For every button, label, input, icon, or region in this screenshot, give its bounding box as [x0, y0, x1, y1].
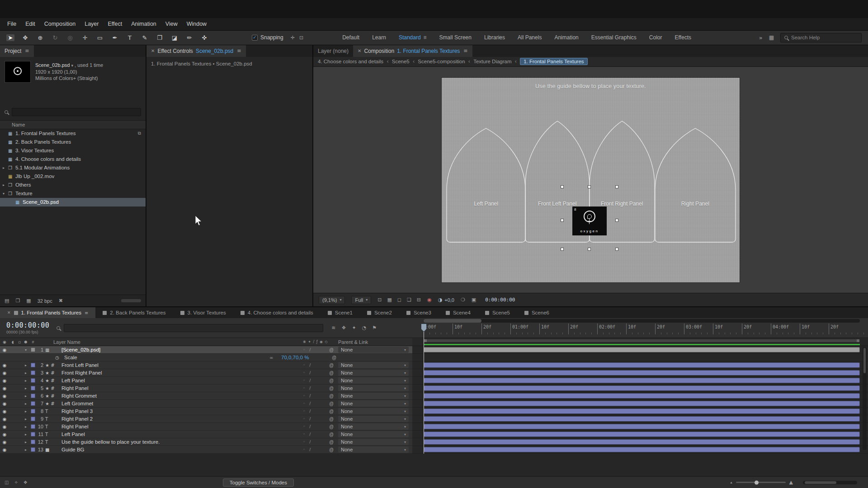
layer-switches[interactable]: ◦ / [303, 432, 329, 436]
footage-name[interactable]: Scene_02b.psd [35, 62, 70, 68]
timeline-tab[interactable]: 4. Choose colors and details [233, 307, 321, 318]
menu-item[interactable]: File [3, 19, 21, 28]
eye-icon[interactable]: ◉ [0, 447, 9, 452]
pick-whip-icon[interactable]: @ [329, 378, 338, 383]
time-navigator-thumb[interactable] [424, 319, 481, 323]
pick-whip-icon[interactable]: @ [329, 371, 338, 375]
project-item[interactable]: ▦ 3. Visor Textures [0, 146, 146, 155]
selection-handle[interactable] [561, 185, 564, 188]
layer-duration-bar[interactable] [424, 401, 860, 406]
layer-row[interactable]: ◉ ▸ 3 ★ # Front Right Panel ◦ / @ None [0, 369, 868, 377]
layer-row[interactable]: ◉ ▸ 9 T Right Panel 2 ◦ / @ None ▾ [0, 415, 868, 423]
layer-row[interactable]: ◉ ▸ 2 ★ # Front Left Panel ◦ / @ None ▾ [0, 361, 868, 369]
layer-name[interactable]: [Scene_02b.psd] [59, 347, 303, 352]
parent-dropdown[interactable]: None ▾ [338, 400, 409, 407]
expand-transfer-controls-icon[interactable]: ✧ [14, 480, 18, 485]
pen-tool[interactable]: ✒ [111, 34, 119, 41]
delete-icon[interactable]: ✖ [59, 298, 63, 304]
breadcrumb-item[interactable]: 1. Frontal Panels Textures [520, 58, 587, 65]
eye-icon[interactable]: ◉ [0, 394, 9, 399]
playhead-handle[interactable] [421, 324, 427, 332]
breadcrumb-item[interactable]: Texture Diagram [473, 59, 511, 64]
layer-viewer-tab[interactable]: Layer (none) [313, 45, 353, 57]
selection-handle[interactable] [561, 248, 564, 251]
parent-dropdown[interactable]: None ▾ [338, 408, 409, 414]
timeline-tab[interactable]: 2. Back Panels Textures [95, 307, 173, 318]
parent-dropdown[interactable]: None ▾ [338, 370, 409, 376]
type-tool[interactable]: T [126, 34, 134, 41]
expander-icon[interactable]: ▾ [3, 192, 8, 196]
pick-whip-icon[interactable]: @ [329, 347, 338, 352]
panel-menu-icon[interactable]: ≡ [25, 48, 29, 54]
expand-layer-switches-icon[interactable]: ◫ [5, 480, 9, 485]
layer-duration-bar[interactable] [424, 408, 860, 414]
layer-duration-bar[interactable] [424, 432, 860, 437]
help-search-input[interactable] [791, 35, 858, 40]
layer-row[interactable]: ◉ ▸ 12 T Use the guide bellow to place y… [0, 438, 868, 446]
horizontal-scrollbar[interactable] [121, 299, 141, 302]
layer-row[interactable]: ◉ ▸ 5 ★ # Right Panel ◦ / @ None ▾ [0, 385, 868, 392]
timeline-horizontal-scrollbar[interactable] [803, 481, 857, 484]
breadcrumb-item[interactable]: Scene5-composition [418, 59, 465, 64]
label-color-swatch[interactable] [31, 363, 35, 367]
new-composition-icon[interactable]: ▦ [26, 298, 31, 304]
layer-name[interactable]: Right Panel [59, 385, 303, 391]
hand-tool[interactable]: ✥ [21, 34, 29, 41]
puppet-pin-tool[interactable]: ✜ [200, 34, 208, 41]
layer-name[interactable]: Right Panel [59, 424, 303, 429]
scrollbar-thumb[interactable] [863, 348, 866, 373]
pick-whip-icon[interactable]: @ [329, 401, 338, 406]
expand-arrow-icon[interactable]: ▸ [23, 417, 29, 421]
workspace-tab[interactable]: Default [342, 34, 359, 41]
parent-dropdown[interactable]: None ▾ [338, 446, 409, 453]
switches-column-icons[interactable]: ❀ ✦ / ƒ ◉ ◇ [303, 340, 329, 344]
label-color-swatch[interactable] [31, 409, 35, 413]
workspace-tab[interactable]: Essential Graphics [591, 34, 637, 41]
panel-menu-icon[interactable]: ≡ [85, 310, 88, 315]
close-icon[interactable]: ✕ [7, 310, 11, 315]
timeline-tab[interactable]: Scene3 [399, 307, 439, 318]
workspace-tab[interactable]: Effects [675, 34, 691, 41]
layer-name[interactable]: Guide BG [59, 447, 303, 452]
parent-dropdown[interactable]: None ▾ [338, 439, 409, 445]
layer-switches[interactable]: ◦ / [303, 417, 329, 421]
workspace-menu-icon[interactable]: ≡ [424, 34, 427, 41]
selection-handle[interactable] [588, 248, 591, 251]
mini-flowchart-icon[interactable]: ≋ [331, 325, 335, 331]
menu-item[interactable]: View [161, 19, 182, 28]
work-area-bar[interactable] [424, 339, 860, 343]
eye-icon[interactable]: ◉ [0, 378, 9, 383]
selection-handle[interactable] [615, 219, 618, 222]
layer-row[interactable]: ◉ ▸ 4 ★ # Left Panel ◦ / @ None ▾ [0, 377, 868, 385]
layer-row[interactable]: ◉ ▾ 1 ▦ [Scene_02b.psd] ◦ / @ None ▾ [0, 346, 868, 354]
layer-row[interactable]: ◉ ▸ 13 ■ Guide BG ◦ / @ None ▾ [0, 446, 868, 454]
layer-row[interactable]: ◉ ▸ 6 ★ # Right Grommet ◦ / @ None ▾ [0, 392, 868, 400]
transparency-grid-icon[interactable]: ▦ [387, 297, 392, 303]
expand-arrow-icon[interactable]: ▸ [23, 379, 29, 383]
menu-item[interactable]: Edit [21, 19, 40, 28]
timeline-tab[interactable]: Scene6 [517, 307, 557, 318]
magnification-dropdown[interactable]: (9,1%)▾ [319, 296, 345, 304]
name-column-header[interactable]: Name [0, 120, 146, 129]
breadcrumb-item[interactable]: 4. Choose colors and details [318, 59, 383, 64]
timeline-tab[interactable]: Scene1 [321, 307, 360, 318]
label-color-swatch[interactable] [31, 347, 35, 352]
label-color-swatch[interactable] [31, 432, 35, 436]
channel-icon[interactable]: ◉ [427, 297, 432, 303]
project-item[interactable]: ▦ 4. Choose colors and details [0, 155, 146, 164]
label-color-swatch[interactable] [31, 378, 35, 383]
selection-handle[interactable] [588, 185, 591, 188]
clone-stamp-tool[interactable]: ❐ [156, 34, 164, 41]
frame-blending-icon[interactable]: ◔ [362, 325, 367, 331]
eye-icon[interactable]: ◉ [0, 386, 9, 391]
pick-whip-icon[interactable]: @ [332, 355, 336, 360]
project-item[interactable]: ▦ Scene_02b.psd [0, 198, 146, 206]
take-snapshot-icon[interactable]: ❍ [461, 297, 465, 303]
layer-switches[interactable]: ◦ / [303, 371, 329, 375]
parent-dropdown[interactable]: None ▾ [338, 416, 409, 422]
layer-name[interactable]: Right Panel 2 [59, 416, 303, 422]
selection-handle[interactable] [615, 185, 618, 188]
label-color-swatch[interactable] [31, 440, 35, 444]
layer-duration-bar[interactable] [424, 347, 860, 352]
label-color-swatch[interactable] [31, 424, 35, 429]
